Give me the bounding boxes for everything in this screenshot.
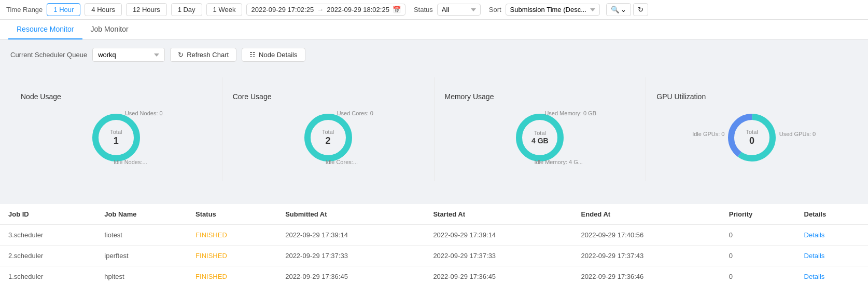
page-wrapper: Time Range 1 Hour 4 Hours 12 Hours 1 Day… bbox=[0, 0, 868, 283]
col-priority: Priority bbox=[721, 204, 796, 225]
cell-ended-at: 2022-09-29 17:40:56 bbox=[573, 225, 721, 246]
col-job-name: Job Name bbox=[96, 204, 187, 225]
gpu-idle-label: Idle GPUs: 0 bbox=[692, 131, 724, 137]
datetime-arrow: → bbox=[317, 6, 324, 14]
gpu-used-label: Used GPUs: 0 bbox=[779, 131, 816, 137]
cell-priority: 0 bbox=[721, 246, 796, 266]
charts-row: Node Usage Total 1 Used Nodes: 0 Idle No… bbox=[10, 72, 858, 192]
core-usage-chart: Core Usage Total 2 Used Cores: 0 Idle Co… bbox=[222, 92, 434, 166]
cell-priority: 0 bbox=[721, 266, 796, 284]
node-details-label: Node Details bbox=[259, 51, 297, 59]
time-btn-4hours[interactable]: 4 Hours bbox=[85, 3, 122, 16]
table-row: 2.scheduler iperftest FINISHED 2022-09-2… bbox=[0, 246, 868, 266]
time-btn-1day[interactable]: 1 Day bbox=[171, 3, 202, 16]
cell-started-at: 2022-09-29 17:37:33 bbox=[425, 246, 572, 266]
memory-donut-wrapper: Total 4 GB Used Memory: 0 GB Idle Memory… bbox=[511, 109, 568, 166]
queue-label: Current Scheduler Queue bbox=[10, 51, 87, 59]
status-select[interactable]: All Finished Running bbox=[437, 4, 481, 16]
tab-job-monitor[interactable]: Job Monitor bbox=[82, 20, 137, 39]
core-donut-wrapper: Total 2 Used Cores: 0 Idle Cores:... bbox=[300, 109, 357, 166]
table-row: 1.scheduler hpltest FINISHED 2022-09-29 … bbox=[0, 266, 868, 284]
cell-job-id: 1.scheduler bbox=[0, 266, 96, 284]
node-details-button[interactable]: ☷ Node Details bbox=[242, 48, 305, 62]
gpu-total-label: Total bbox=[746, 129, 758, 136]
core-total-value: 2 bbox=[326, 136, 331, 147]
refresh-icon: ↻ bbox=[638, 6, 643, 14]
chevron-down-icon: ⌄ bbox=[621, 6, 626, 14]
col-started-at: Started At bbox=[425, 204, 572, 225]
queue-select[interactable]: workq bbox=[92, 48, 165, 62]
datetime-range: 2022-09-29 17:02:25 → 2022-09-29 18:02:2… bbox=[246, 4, 405, 16]
cell-submitted-at: 2022-09-29 17:39:14 bbox=[277, 225, 425, 246]
cell-details: Details bbox=[796, 225, 868, 246]
calendar-icon[interactable]: 📅 bbox=[393, 6, 401, 14]
core-idle-label: Idle Cores:... bbox=[326, 159, 358, 165]
node-donut-center: Total 1 bbox=[110, 129, 122, 147]
cell-started-at: 2022-09-29 17:39:14 bbox=[425, 225, 572, 246]
node-usage-title: Node Usage bbox=[10, 92, 61, 101]
refresh-chart-button[interactable]: ↻ Refresh Chart bbox=[170, 48, 236, 62]
cell-started-at: 2022-09-29 17:36:45 bbox=[425, 266, 572, 284]
memory-total-value: 4 GB bbox=[531, 137, 549, 145]
node-donut-wrapper: Total 1 Used Nodes: 0 Idle Nodes:... bbox=[88, 109, 145, 166]
core-usage-title: Core Usage bbox=[222, 92, 272, 101]
time-btn-1week[interactable]: 1 Week bbox=[206, 3, 243, 16]
refresh-chart-icon: ↻ bbox=[178, 51, 184, 59]
details-link[interactable]: Details bbox=[804, 273, 825, 280]
memory-usage-title: Memory Usage bbox=[435, 92, 494, 101]
time-btn-1hour[interactable]: 1 Hour bbox=[47, 3, 80, 16]
time-range-label: Time Range bbox=[6, 6, 43, 14]
search-toggle-button[interactable]: 🔍 ⌄ bbox=[606, 3, 631, 16]
table-row: 3.scheduler fiotest FINISHED 2022-09-29 … bbox=[0, 225, 868, 246]
cell-job-id: 3.scheduler bbox=[0, 225, 96, 246]
col-submitted-at: Submitted At bbox=[277, 204, 425, 225]
col-details: Details bbox=[796, 204, 868, 225]
cell-job-name: hpltest bbox=[96, 266, 187, 284]
gpu-usage-chart: GPU Utilization Idle GPUs: 0 Total 0 Use… bbox=[646, 92, 858, 166]
core-donut-center: Total 2 bbox=[322, 129, 334, 147]
table-header-row: Job ID Job Name Status Submitted At Star… bbox=[0, 204, 868, 225]
table-wrapper: Job ID Job Name Status Submitted At Star… bbox=[0, 204, 868, 283]
status-label: Status bbox=[414, 6, 433, 14]
details-link[interactable]: Details bbox=[804, 231, 825, 239]
top-bar: Time Range 1 Hour 4 Hours 12 Hours 1 Day… bbox=[0, 0, 868, 20]
gpu-usage-title: GPU Utilization bbox=[646, 92, 706, 101]
details-link[interactable]: Details bbox=[804, 252, 825, 260]
memory-total-label: Total bbox=[534, 130, 546, 137]
refresh-button[interactable]: ↻ bbox=[633, 3, 648, 16]
cell-job-name: iperftest bbox=[96, 246, 187, 266]
memory-donut-center: Total 4 GB bbox=[531, 130, 549, 145]
toolbar-icons: 🔍 ⌄ ↻ bbox=[606, 3, 648, 16]
resource-monitor-panel: Current Scheduler Queue workq ↻ Refresh … bbox=[0, 39, 868, 200]
cell-status: FINISHED bbox=[187, 246, 277, 266]
cell-details: Details bbox=[796, 246, 868, 266]
cell-submitted-at: 2022-09-29 17:37:33 bbox=[277, 246, 425, 266]
sort-select[interactable]: Submission Time (Desc... Submission Time… bbox=[506, 4, 600, 16]
node-total-label: Total bbox=[110, 129, 122, 136]
tabs-bar: Resource Monitor Job Monitor bbox=[0, 20, 868, 39]
time-btn-12hours[interactable]: 12 Hours bbox=[126, 3, 167, 16]
job-table: Job ID Job Name Status Submitted At Star… bbox=[0, 204, 868, 283]
cell-status: FINISHED bbox=[187, 225, 277, 246]
cell-job-name: fiotest bbox=[96, 225, 187, 246]
col-status: Status bbox=[187, 204, 277, 225]
cell-job-id: 2.scheduler bbox=[0, 246, 96, 266]
job-table-section: Job ID Job Name Status Submitted At Star… bbox=[0, 200, 868, 283]
sort-label: Sort bbox=[489, 6, 501, 14]
cell-submitted-at: 2022-09-29 17:36:45 bbox=[277, 266, 425, 284]
cell-priority: 0 bbox=[721, 225, 796, 246]
gpu-donut-center: Total 0 bbox=[746, 129, 758, 147]
col-ended-at: Ended At bbox=[573, 204, 721, 225]
tab-resource-monitor[interactable]: Resource Monitor bbox=[8, 20, 82, 39]
cell-ended-at: 2022-09-29 17:37:43 bbox=[573, 246, 721, 266]
memory-idle-label: Idle Memory: 4 G... bbox=[534, 159, 583, 165]
node-total-value: 1 bbox=[114, 136, 119, 147]
gpu-donut-wrapper: Idle GPUs: 0 Total 0 Used GPUs: 0 bbox=[723, 109, 780, 166]
col-job-id: Job ID bbox=[0, 204, 96, 225]
cell-ended-at: 2022-09-29 17:36:46 bbox=[573, 266, 721, 284]
cell-details: Details bbox=[796, 266, 868, 284]
cell-status: FINISHED bbox=[187, 266, 277, 284]
memory-usage-chart: Memory Usage Total 4 GB Used Memory: 0 G… bbox=[435, 92, 646, 166]
gpu-total-value: 0 bbox=[749, 136, 754, 147]
memory-used-label: Used Memory: 0 GB bbox=[544, 110, 596, 116]
